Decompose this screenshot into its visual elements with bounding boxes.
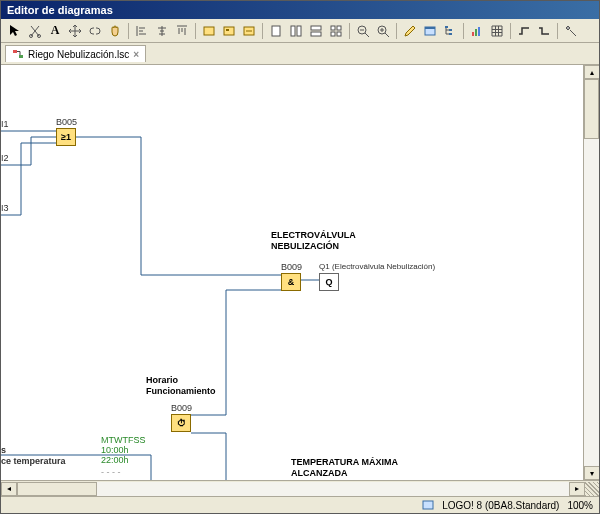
svg-rect-2 [204,27,214,35]
text-button[interactable]: A [45,21,65,41]
scroll-corner [585,482,599,496]
svg-rect-23 [475,29,477,36]
hscroll-track[interactable] [17,482,569,496]
pencil-button[interactable] [400,21,420,41]
tools-button[interactable] [561,21,581,41]
status-device: LOGO! 8 (0BA8.Standard) [442,500,559,511]
pointer-tool-button[interactable] [5,21,25,41]
mode-yellow-3-button[interactable] [239,21,259,41]
svg-rect-20 [449,29,452,31]
edge-label-temp: ce temperatura [1,456,66,466]
hscroll-thumb[interactable] [17,482,97,496]
svg-rect-24 [478,27,480,36]
svg-rect-8 [297,26,301,36]
mode-yellow-2-button[interactable] [219,21,239,41]
horizontal-scrollbar[interactable]: ◂ ▸ [1,480,599,496]
mode-yellow-1-button[interactable] [199,21,219,41]
diagram-icon [12,48,24,60]
grid-button[interactable] [487,21,507,41]
block-b009-timer-label: B009 [171,403,192,413]
edge-label-i1: I1 [1,119,9,129]
svg-rect-11 [331,26,335,30]
block-q1-label: Q1 (Electroválvula Nebulización) [319,262,435,271]
scroll-left-button[interactable]: ◂ [1,482,17,496]
svg-rect-6 [272,26,280,36]
schedule-on: 10:00h [101,445,129,455]
separator [557,23,558,39]
schedule-sep-2: - - - - [101,475,121,480]
align-left-button[interactable] [132,21,152,41]
header-temp-1: TEMPERATURA MÁXIMA [291,457,398,467]
svg-rect-26 [19,55,23,58]
schedule-off: 22:00h [101,455,129,465]
svg-rect-25 [13,50,17,53]
header-temp-2: ALCANZADA [291,468,348,478]
svg-rect-18 [425,27,435,29]
svg-rect-10 [311,32,321,36]
device-icon [422,499,434,511]
block-b005-or[interactable]: ≥1 [56,128,76,146]
zoom-out-button[interactable] [353,21,373,41]
vscroll-thumb[interactable] [584,79,599,139]
vscroll-track[interactable] [584,79,599,466]
tree-button[interactable] [440,21,460,41]
tab-bar: Riego Nebulización.lsc × [1,43,599,65]
diagram-canvas[interactable]: I1 I2 I3 B005 ≥1 ELECTROVÁLVULA NEBULIZA… [1,65,599,480]
align-top-button[interactable] [172,21,192,41]
move-button[interactable] [65,21,85,41]
scroll-up-button[interactable]: ▴ [584,65,599,79]
block-b005-label: B005 [56,117,77,127]
tab-filename: Riego Nebulización.lsc [28,49,129,60]
page-2-button[interactable] [286,21,306,41]
svg-rect-21 [449,33,452,35]
header-electro-2: NEBULIZACIÓN [271,241,339,251]
block-b009-timer[interactable]: ⏱ [171,414,191,432]
canvas-wrapper: I1 I2 I3 B005 ≥1 ELECTROVÁLVULA NEBULIZA… [1,65,599,480]
separator [463,23,464,39]
window-button[interactable] [420,21,440,41]
window-title: Editor de diagramas [7,4,113,16]
page-4-button[interactable] [326,21,346,41]
app-window: Editor de diagramas A [0,0,600,514]
label-horario-1: Horario [146,375,178,385]
block-b009-and-label: B009 [281,262,302,272]
scroll-right-button[interactable]: ▸ [569,482,585,496]
step-up-button[interactable] [514,21,534,41]
link-button[interactable] [85,21,105,41]
schedule-days: MTWTFSS [101,435,146,445]
page-1-button[interactable] [266,21,286,41]
svg-rect-22 [472,32,474,36]
chart-button[interactable] [467,21,487,41]
cut-button[interactable] [25,21,45,41]
svg-rect-12 [337,26,341,30]
svg-rect-14 [337,32,341,36]
scroll-down-button[interactable]: ▾ [584,466,599,480]
edge-label-s: s [1,445,6,455]
separator [396,23,397,39]
header-electro-1: ELECTROVÁLVULA [271,230,356,240]
label-horario-2: Funcionamiento [146,386,216,396]
align-center-button[interactable] [152,21,172,41]
vertical-scrollbar[interactable]: ▴ ▾ [583,65,599,480]
tab-close-button[interactable]: × [133,49,139,60]
separator [510,23,511,39]
file-tab[interactable]: Riego Nebulización.lsc × [5,45,146,62]
svg-rect-4 [226,29,229,31]
edge-label-i3: I3 [1,203,9,213]
block-q1-output[interactable]: Q [319,273,339,291]
svg-rect-27 [423,501,433,509]
zoom-in-button[interactable] [373,21,393,41]
title-bar: Editor de diagramas [1,1,599,19]
svg-rect-13 [331,32,335,36]
step-down-button[interactable] [534,21,554,41]
svg-rect-7 [291,26,295,36]
hand-button[interactable] [105,21,125,41]
toolbar: A [1,19,599,43]
separator [349,23,350,39]
separator [128,23,129,39]
page-3-button[interactable] [306,21,326,41]
status-zoom: 100% [567,500,593,511]
separator [195,23,196,39]
svg-rect-9 [311,26,321,30]
block-b009-and[interactable]: & [281,273,301,291]
